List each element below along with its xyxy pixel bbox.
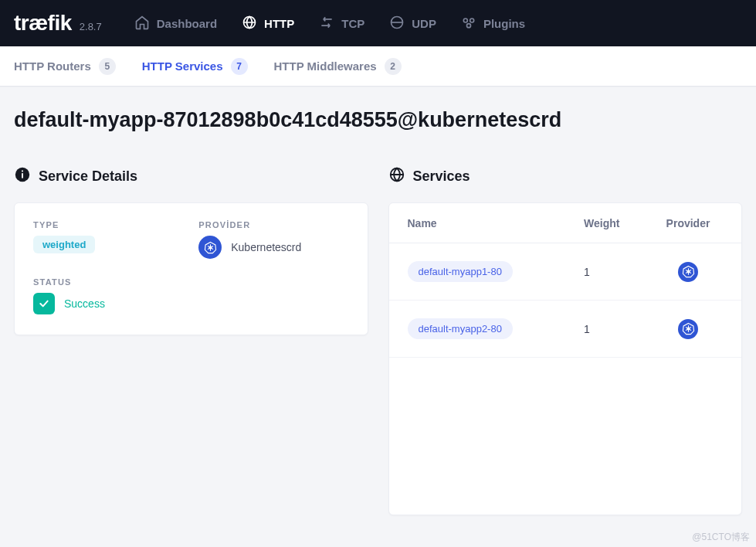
check-icon	[33, 293, 55, 314]
service-name-pill[interactable]: default-myapp1-80	[408, 261, 513, 282]
info-icon	[14, 166, 31, 187]
svg-point-2	[463, 19, 467, 22]
main-content: default-myapp-87012898b0c41cd48555@kuber…	[0, 87, 756, 515]
nav-tcp[interactable]: TCP	[316, 10, 368, 37]
brand[interactable]: træfik 2.8.7	[14, 11, 102, 36]
home-icon	[134, 15, 150, 32]
svg-point-4	[466, 23, 470, 27]
plugins-icon	[461, 15, 476, 32]
nav-http[interactable]: HTTP	[239, 10, 297, 37]
watermark: @51CTO博客	[692, 531, 750, 544]
globe-icon	[388, 166, 405, 187]
col-weight: Weight	[584, 217, 653, 229]
section-title: Services	[413, 168, 470, 185]
field-label: PROVİDER	[198, 220, 348, 229]
page-title: default-myapp-87012898b0c41cd48555@kuber…	[14, 108, 742, 132]
tab-http-middlewares[interactable]: HTTP Middlewares 2	[274, 58, 402, 75]
content-columns: Service Details TYPE weighted PROVİDER	[14, 166, 742, 515]
nav-label: Dashboard	[157, 17, 217, 30]
subtab-label: HTTP Middlewares	[274, 59, 377, 73]
top-navbar: træfik 2.8.7 Dashboard HTTP TCP UDP Plug…	[0, 0, 756, 46]
provider-name: Kubernetescrd	[231, 241, 301, 253]
field-status: STATUS Success	[33, 277, 349, 314]
svg-rect-6	[22, 173, 23, 178]
field-type: TYPE weighted	[33, 220, 183, 259]
section-heading: Services	[388, 166, 743, 187]
globe-icon	[242, 15, 257, 32]
tab-http-services[interactable]: HTTP Services 7	[142, 58, 248, 75]
nav-dashboard[interactable]: Dashboard	[131, 10, 220, 37]
service-weight: 1	[584, 266, 653, 278]
svg-rect-7	[22, 171, 23, 172]
globe-alt-icon	[389, 15, 405, 32]
field-label: TYPE	[33, 220, 183, 229]
service-name-pill[interactable]: default-myapp2-80	[408, 318, 513, 339]
nav-plugins[interactable]: Plugins	[458, 10, 528, 37]
type-chip: weighted	[33, 236, 95, 253]
section-title: Service Details	[39, 168, 137, 185]
svg-point-3	[470, 19, 474, 22]
col-provider: Provider	[653, 217, 723, 229]
tab-http-routers[interactable]: HTTP Routers 5	[14, 58, 116, 75]
subnav: HTTP Routers 5 HTTP Services 7 HTTP Midd…	[0, 46, 756, 87]
table-row[interactable]: default-myapp1-80 1	[389, 243, 742, 301]
nav-label: TCP	[341, 17, 364, 30]
count-badge: 7	[231, 58, 248, 75]
service-details-section: Service Details TYPE weighted PROVİDER	[14, 166, 368, 515]
kubernetes-icon	[678, 262, 698, 282]
nav-label: UDP	[412, 17, 436, 30]
field-provider: PROVİDER Kubernetescrd	[198, 220, 348, 259]
services-table: Name Weight Provider default-myapp1-80 1…	[388, 202, 743, 515]
count-badge: 2	[385, 58, 402, 75]
field-label: STATUS	[33, 277, 349, 287]
brand-version: 2.8.7	[80, 21, 102, 32]
table-row[interactable]: default-myapp2-80 1	[389, 301, 742, 358]
kubernetes-icon	[198, 236, 222, 259]
nav-label: Plugins	[483, 17, 525, 30]
swap-icon	[319, 15, 334, 32]
table-header: Name Weight Provider	[389, 203, 742, 243]
nav-udp[interactable]: UDP	[386, 10, 439, 37]
count-badge: 5	[99, 58, 116, 75]
col-name: Name	[408, 217, 585, 229]
details-card: TYPE weighted PROVİDER Kubernetescrd	[14, 202, 368, 335]
subtab-label: HTTP Services	[142, 59, 223, 73]
nav-label: HTTP	[264, 17, 294, 30]
service-weight: 1	[584, 323, 653, 335]
brand-logo: træfik	[14, 11, 72, 36]
section-heading: Service Details	[14, 166, 368, 187]
subtab-label: HTTP Routers	[14, 59, 91, 73]
services-section: Services Name Weight Provider default-my…	[388, 166, 743, 515]
status-text: Success	[64, 297, 105, 310]
kubernetes-icon	[678, 319, 698, 339]
